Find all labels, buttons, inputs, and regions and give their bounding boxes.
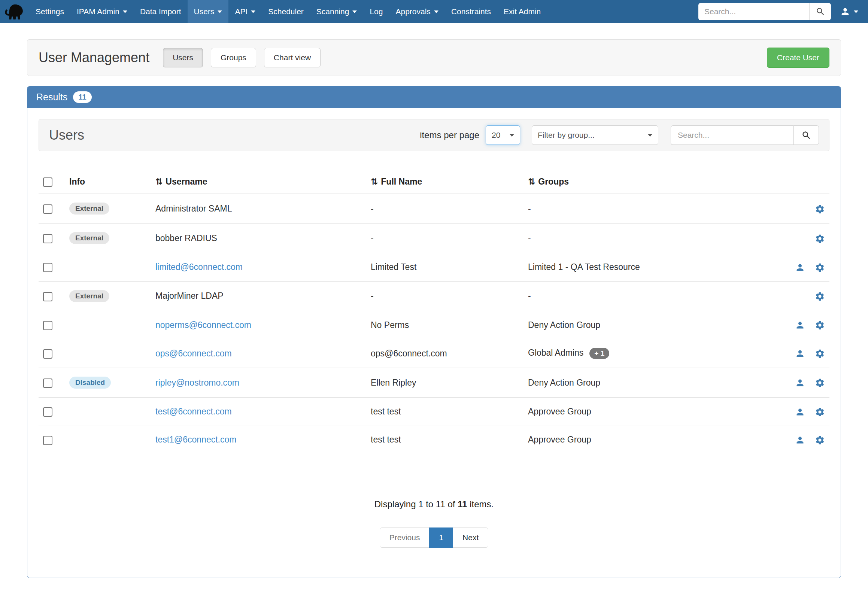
create-user-button[interactable]: Create User <box>767 48 829 68</box>
select-all-checkbox[interactable] <box>43 178 53 187</box>
pagination-page-1[interactable]: 1 <box>429 527 453 548</box>
user-profile-icon[interactable] <box>795 320 805 330</box>
search-icon <box>801 130 811 140</box>
user-icon <box>840 6 850 17</box>
full-name: - <box>371 291 374 301</box>
chevron-down-icon <box>648 134 652 137</box>
sort-icon: ⇅ <box>528 177 535 187</box>
sort-icon: ⇅ <box>155 177 163 187</box>
pagination-previous[interactable]: Previous <box>380 527 430 548</box>
groups-label: Approvee Group <box>528 435 591 444</box>
gear-icon[interactable] <box>815 291 825 301</box>
full-name: - <box>371 233 374 243</box>
nav-item-ipam-admin[interactable]: IPAM Admin <box>71 0 134 23</box>
table-search-button[interactable] <box>794 125 819 145</box>
items-per-page-label: items per page <box>420 130 479 140</box>
username-link: Administrator SAML <box>155 204 232 214</box>
page-title: User Management <box>39 50 149 66</box>
nav-item-data-import[interactable]: Data Import <box>134 0 188 23</box>
nav-item-users[interactable]: Users <box>188 0 229 23</box>
navbar-right <box>698 0 868 23</box>
column-header-info: Info <box>65 170 151 194</box>
user-profile-icon[interactable] <box>795 378 805 388</box>
table-section-title: Users <box>49 127 84 143</box>
table-row: External MajorMiner LDAP - - <box>39 281 829 311</box>
nav-item-constraints[interactable]: Constraints <box>445 0 497 23</box>
column-header-full-name[interactable]: ⇅Full Name <box>366 170 523 194</box>
table-row: limited@6connect.com Limited Test Limite… <box>39 253 829 281</box>
column-header-username[interactable]: ⇅Username <box>151 170 366 194</box>
nav-item-label: Approvals <box>395 7 430 16</box>
row-checkbox[interactable] <box>43 234 53 243</box>
table-search-input[interactable] <box>671 125 794 145</box>
user-menu[interactable] <box>840 6 858 17</box>
gear-icon[interactable] <box>815 435 825 445</box>
row-checkbox[interactable] <box>43 321 53 330</box>
items-per-page-select[interactable]: 20 <box>486 125 520 145</box>
sort-icon: ⇅ <box>371 177 378 187</box>
app-logo[interactable] <box>0 0 29 23</box>
row-checkbox[interactable] <box>43 205 53 214</box>
group-filter-select[interactable]: Filter by group... <box>532 125 658 145</box>
nav-item-label: Data Import <box>140 7 181 16</box>
user-profile-icon[interactable] <box>795 435 805 445</box>
tab-users[interactable]: Users <box>163 48 203 68</box>
gear-icon[interactable] <box>815 320 825 330</box>
gear-icon[interactable] <box>815 349 825 359</box>
row-checkbox[interactable] <box>43 407 53 417</box>
chevron-down-icon <box>217 11 222 13</box>
navbar-search-input[interactable] <box>698 3 809 20</box>
chevron-down-icon <box>854 11 858 13</box>
nav-item-scheduler[interactable]: Scheduler <box>262 0 310 23</box>
nav-item-scanning[interactable]: Scanning <box>310 0 363 23</box>
table-search <box>671 125 819 145</box>
full-name: test test <box>371 406 401 416</box>
nav-item-log[interactable]: Log <box>363 0 389 23</box>
user-profile-icon[interactable] <box>795 407 805 417</box>
navbar-search <box>698 3 831 20</box>
user-management-panel: User Management UsersGroupsChart view Cr… <box>27 39 841 76</box>
nav-item-approvals[interactable]: Approvals <box>389 0 445 23</box>
users-table: Info ⇅Username ⇅Full Name ⇅Groups <box>39 170 829 454</box>
view-tabs: UsersGroupsChart view <box>163 48 329 68</box>
groups-label: Global Admins <box>528 348 583 358</box>
user-profile-icon[interactable] <box>795 262 805 272</box>
gear-icon[interactable] <box>815 378 825 388</box>
tab-chart-view[interactable]: Chart view <box>264 48 321 68</box>
nav-item-api[interactable]: API <box>228 0 262 23</box>
username-link[interactable]: test@6connect.com <box>155 406 232 416</box>
username-link[interactable]: ripley@nostromo.com <box>155 378 239 387</box>
status-badge: External <box>69 232 109 244</box>
navbar-search-button[interactable] <box>809 3 831 20</box>
pagination-next[interactable]: Next <box>453 527 488 548</box>
gear-icon[interactable] <box>815 204 825 214</box>
tab-groups[interactable]: Groups <box>211 48 256 68</box>
table-row: Disabled ripley@nostromo.com Ellen Riple… <box>39 368 829 397</box>
username-link[interactable]: noperms@6connect.com <box>155 320 251 330</box>
row-checkbox[interactable] <box>43 378 53 388</box>
gear-icon[interactable] <box>815 262 825 272</box>
row-checkbox[interactable] <box>43 263 53 272</box>
gear-icon[interactable] <box>815 407 825 417</box>
mammoth-logo-icon <box>4 1 25 22</box>
row-checkbox[interactable] <box>43 292 53 301</box>
row-checkbox[interactable] <box>43 349 53 359</box>
username-link: MajorMiner LDAP <box>155 291 223 301</box>
username-link[interactable]: test1@6connect.com <box>155 435 236 444</box>
search-icon <box>815 7 825 17</box>
users-table-body: External Administrator SAML - - External… <box>39 194 829 454</box>
summary-text-before: Displaying 1 to 11 of <box>374 499 458 509</box>
row-checkbox[interactable] <box>43 436 53 445</box>
nav-item-exit-admin[interactable]: Exit Admin <box>497 0 547 23</box>
column-header-groups[interactable]: ⇅Groups <box>523 170 748 194</box>
nav-item-settings[interactable]: Settings <box>29 0 71 23</box>
chevron-down-icon <box>123 11 127 13</box>
user-profile-icon[interactable] <box>795 349 805 359</box>
table-row: noperms@6connect.com No Perms Deny Actio… <box>39 311 829 339</box>
navbar-items: SettingsIPAM AdminData ImportUsersAPISch… <box>29 0 547 23</box>
username-link[interactable]: limited@6connect.com <box>155 262 243 272</box>
results-header: Results 11 <box>27 86 841 108</box>
nav-item-label: API <box>235 7 247 16</box>
gear-icon[interactable] <box>815 233 825 244</box>
username-link[interactable]: ops@6connect.com <box>155 349 232 358</box>
